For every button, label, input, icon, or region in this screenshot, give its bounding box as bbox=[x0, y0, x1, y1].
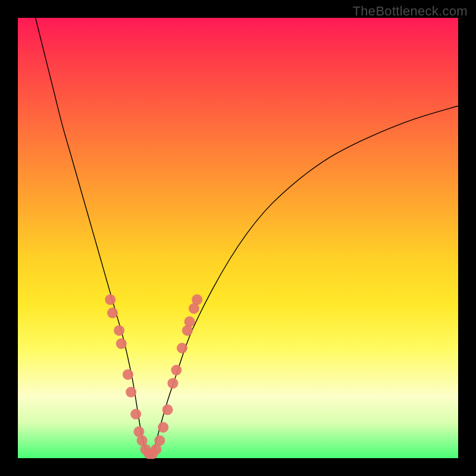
curve-marker bbox=[177, 343, 187, 353]
curve-marker bbox=[114, 325, 124, 336]
curve-marker bbox=[167, 378, 178, 389]
bottleneck-curve bbox=[36, 18, 458, 458]
curve-marker bbox=[107, 308, 118, 318]
curve-svg bbox=[18, 18, 458, 458]
curve-marker bbox=[123, 369, 133, 380]
curve-marker bbox=[171, 365, 181, 375]
curve-marker bbox=[162, 405, 173, 415]
watermark-text: TheBottleneck.com bbox=[353, 4, 468, 19]
markers-group bbox=[105, 295, 202, 459]
curve-marker bbox=[116, 339, 127, 349]
curve-marker bbox=[130, 409, 141, 419]
curve-marker bbox=[105, 295, 115, 305]
curve-marker bbox=[184, 317, 195, 327]
curve-marker bbox=[154, 435, 165, 446]
curve-marker bbox=[192, 295, 202, 305]
curve-marker bbox=[126, 387, 136, 397]
gradient-plot-area bbox=[18, 18, 458, 458]
curve-marker bbox=[158, 422, 168, 433]
